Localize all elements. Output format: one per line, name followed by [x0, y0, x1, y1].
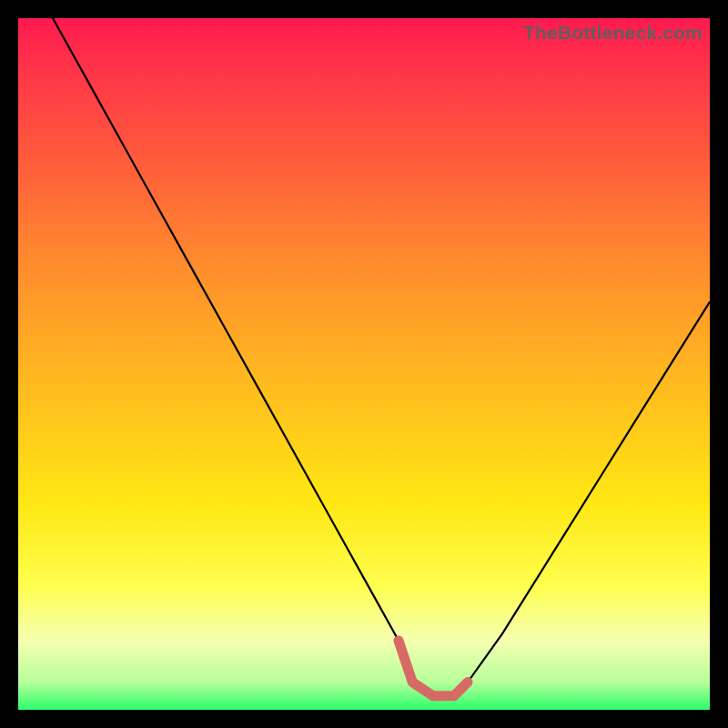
curve-left-path: [53, 18, 412, 682]
trough-highlight-path: [399, 641, 468, 696]
plot-area: TheBottleneck.com: [18, 18, 710, 710]
curve-right-path: [454, 302, 710, 696]
chart-frame: TheBottleneck.com: [0, 0, 728, 728]
bottleneck-curve: [18, 18, 710, 710]
